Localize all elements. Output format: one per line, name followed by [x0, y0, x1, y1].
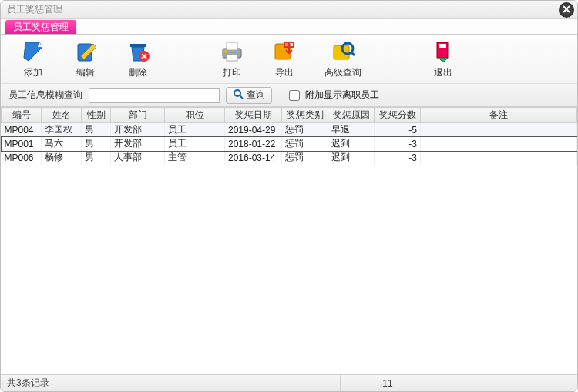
adv-search-button[interactable]: 高级查询 [320, 39, 366, 79]
col-date[interactable]: 奖惩日期 [225, 108, 282, 123]
cell-date: 2019-04-29 [225, 123, 282, 137]
table-row[interactable]: MP004李国权男开发部员工2019-04-29惩罚早退-5 [2, 123, 577, 137]
toolbar: 添加 编辑 删除 打印 导出 [1, 35, 577, 84]
window-title: 员工奖惩管理 [7, 3, 62, 16]
col-type[interactable]: 奖惩类别 [282, 108, 328, 123]
export-button[interactable]: 导出 [267, 39, 301, 79]
cell-type: 惩罚 [282, 151, 328, 165]
col-gender[interactable]: 性别 [82, 108, 111, 123]
cell-dept: 人事部 [111, 151, 165, 165]
print-icon [220, 39, 244, 64]
search-bar: 员工信息模糊查询 查询 附加显示离职员工 [1, 84, 577, 107]
export-label: 导出 [275, 66, 294, 79]
svg-point-12 [234, 90, 240, 96]
cell-type: 惩罚 [282, 123, 328, 137]
cell-name: 李国权 [42, 123, 82, 137]
exit-icon [431, 39, 455, 64]
data-grid[interactable]: 编号 姓名 性别 部门 职位 奖惩日期 奖惩类别 奖惩原因 奖惩分数 备注 MP… [1, 107, 577, 374]
col-remark[interactable]: 备注 [421, 108, 577, 123]
cell-remark [421, 151, 577, 165]
cell-id: MP006 [2, 151, 42, 165]
add-icon [21, 39, 45, 64]
cell-remark [421, 137, 577, 151]
close-icon [563, 5, 570, 15]
adv-search-label: 高级查询 [324, 66, 361, 79]
cell-dept: 开发部 [111, 137, 165, 151]
edit-label: 编辑 [76, 66, 95, 79]
col-id[interactable]: 编号 [2, 108, 42, 123]
cell-score: -5 [375, 123, 421, 137]
svg-rect-4 [227, 42, 237, 50]
cell-gender: 男 [82, 151, 111, 165]
cell-type: 惩罚 [282, 137, 328, 151]
cell-reason: 迟到 [328, 151, 375, 165]
cell-score: -3 [375, 151, 421, 165]
include-leaver-label: 附加显示离职员工 [305, 89, 379, 102]
tab-strip: 员工奖惩管理 [1, 19, 577, 35]
svg-rect-1 [130, 44, 146, 47]
tab-label: 员工奖惩管理 [13, 21, 69, 34]
table-row[interactable]: MP006杨修男人事部主管2016-03-14惩罚迟到-3 [2, 151, 577, 165]
cell-date: 2018-01-22 [225, 137, 282, 151]
search-input[interactable] [89, 88, 220, 103]
col-reason[interactable]: 奖惩原因 [328, 108, 375, 123]
cell-pos: 主管 [165, 151, 225, 165]
magnifier-icon [233, 89, 244, 102]
col-score[interactable]: 奖惩分数 [375, 108, 421, 123]
include-leaver-checkbox[interactable]: 附加显示离职员工 [286, 88, 379, 103]
add-button[interactable]: 添加 [16, 39, 50, 79]
adv-search-icon [331, 39, 355, 64]
export-icon [272, 39, 297, 64]
include-leaver-input[interactable] [289, 90, 300, 101]
add-label: 添加 [24, 66, 42, 79]
col-name[interactable]: 姓名 [42, 108, 82, 123]
cell-gender: 男 [82, 137, 111, 151]
cell-date: 2016-03-14 [225, 151, 282, 165]
edit-button[interactable]: 编辑 [69, 39, 102, 79]
cell-dept: 开发部 [111, 123, 165, 137]
edit-icon [73, 39, 98, 64]
cell-id: MP004 [2, 123, 42, 137]
print-button[interactable]: 打印 [215, 39, 249, 79]
cell-gender: 男 [82, 123, 111, 137]
close-button[interactable] [559, 2, 574, 18]
cell-id: MP001 [2, 137, 42, 151]
table-row[interactable]: MP001马六男开发部员工2018-01-22惩罚迟到-3 [2, 137, 577, 151]
tab-main[interactable]: 员工奖惩管理 [5, 20, 76, 34]
cell-pos: 员工 [165, 123, 225, 137]
cell-name: 杨修 [42, 151, 82, 165]
grid-header: 编号 姓名 性别 部门 职位 奖惩日期 奖惩类别 奖惩原因 奖惩分数 备注 [2, 108, 577, 123]
delete-label: 删除 [129, 66, 147, 79]
exit-button[interactable]: 退出 [426, 39, 460, 79]
status-bar: 共3条记录 -11 [1, 374, 577, 391]
search-button-label: 查询 [247, 89, 265, 102]
title-bar: 员工奖惩管理 [1, 1, 577, 19]
cell-name: 马六 [42, 137, 82, 151]
exit-label: 退出 [434, 66, 452, 79]
status-sum: -11 [340, 375, 432, 391]
delete-icon [126, 39, 150, 64]
cell-reason: 早退 [328, 123, 375, 137]
cell-score: -3 [375, 137, 421, 151]
search-label: 员工信息模糊查询 [8, 89, 82, 102]
svg-point-6 [224, 50, 227, 53]
app-window: 员工奖惩管理 员工奖惩管理 添加 编辑 删除 [0, 0, 578, 392]
search-button[interactable]: 查询 [226, 87, 272, 104]
col-pos[interactable]: 职位 [165, 108, 225, 123]
col-dept[interactable]: 部门 [111, 108, 165, 123]
status-count: 共3条记录 [7, 377, 340, 390]
cell-pos: 员工 [165, 137, 225, 151]
svg-rect-5 [227, 55, 237, 61]
svg-rect-11 [439, 44, 446, 48]
delete-button[interactable]: 删除 [121, 39, 155, 79]
print-label: 打印 [223, 66, 241, 79]
cell-remark [421, 123, 577, 137]
cell-reason: 迟到 [328, 137, 375, 151]
